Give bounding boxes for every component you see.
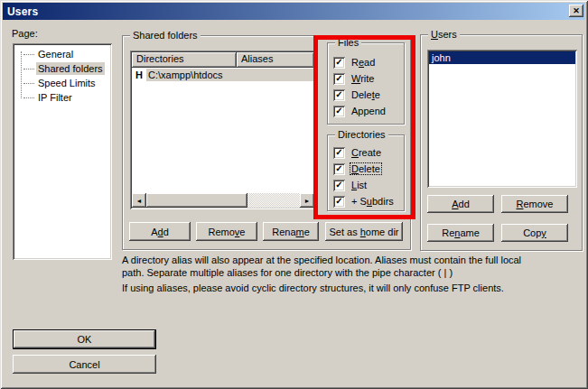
sidebar-item-ip-filter[interactable]: IP Filter <box>15 90 109 105</box>
column-header-directories[interactable]: Directories <box>132 52 237 68</box>
scroll-left-button[interactable]: ◄ <box>132 193 146 208</box>
home-flag: H <box>132 69 146 80</box>
user-row-john[interactable]: john <box>429 51 575 64</box>
annotation-highlight-rectangle <box>313 35 415 219</box>
alias-note-line2: path. Separate multiple aliases for one … <box>122 266 586 279</box>
cancel-button[interactable]: Cancel <box>13 355 156 374</box>
rename-user-button[interactable]: Rename <box>427 224 494 242</box>
window-title: Users <box>7 5 38 18</box>
close-icon: ✕ <box>573 6 580 15</box>
scrollbar-thumb[interactable] <box>146 193 247 208</box>
tree-twig <box>23 83 34 84</box>
cyclic-note-line: If using aliases, please avoid cyclic di… <box>122 282 586 294</box>
close-button[interactable]: ✕ <box>569 5 583 17</box>
set-as-home-dir-button[interactable]: Set as home dir <box>325 222 403 241</box>
sidebar-item-general[interactable]: General <box>15 47 109 61</box>
add-user-button[interactable]: Add <box>427 195 494 213</box>
directory-row[interactable]: H C:\xampp\htdocs <box>132 68 314 82</box>
list-header: Directories Aliases <box>132 52 314 68</box>
remove-user-button[interactable]: Remove <box>501 195 568 213</box>
horizontal-scrollbar[interactable]: ◄ ► <box>132 193 314 208</box>
cyclic-note: If using aliases, please avoid cyclic di… <box>122 282 586 294</box>
remove-directory-button[interactable]: Remove <box>196 222 257 241</box>
rename-directory-button[interactable]: Rename <box>263 222 319 241</box>
scrollbar-track[interactable] <box>247 193 300 208</box>
sidebar-item-shared-folders[interactable]: Shared folders <box>15 61 109 76</box>
ok-button[interactable]: OK <box>13 329 156 349</box>
tree-twig <box>23 69 34 69</box>
copy-user-button[interactable]: Copy <box>501 224 568 242</box>
directory-path: C:\xampp\htdocs <box>146 69 314 81</box>
alias-note-line1: A directory alias will also appear at th… <box>122 254 586 266</box>
scroll-right-button[interactable]: ► <box>300 193 314 208</box>
titlebar[interactable]: Users <box>3 3 585 20</box>
scroll-right-icon: ► <box>304 198 311 204</box>
tree-twig <box>23 54 34 55</box>
page-tree: General Shared folders Speed Limits IP F… <box>13 43 112 260</box>
users-group: Users john Add Remove Rename Copy <box>420 34 583 251</box>
users-list[interactable]: john <box>427 50 577 188</box>
add-directory-button[interactable]: Add <box>129 222 191 241</box>
scroll-left-icon: ◄ <box>136 198 143 204</box>
page-label: Page: <box>12 28 38 39</box>
column-header-aliases[interactable]: Aliases <box>237 52 314 68</box>
alias-note: A directory alias will also appear at th… <box>122 254 586 279</box>
sidebar-item-speed-limits[interactable]: Speed Limits <box>15 76 109 90</box>
directories-list[interactable]: Directories Aliases H C:\xampp\htdocs ◄ … <box>130 51 316 209</box>
users-dialog: Users ✕ Page: General Shared folders Spe… <box>0 0 588 389</box>
shared-folders-group-label: Shared folders <box>130 30 201 41</box>
users-group-label: Users <box>428 29 460 40</box>
tree-twig <box>23 97 34 98</box>
